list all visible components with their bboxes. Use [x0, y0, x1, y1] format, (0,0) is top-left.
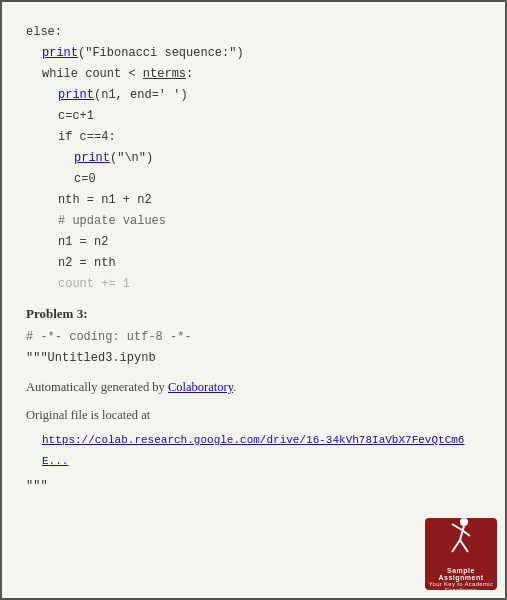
code-block: else: print("Fibonacci sequence:") while… [26, 22, 481, 295]
page-container: else: print("Fibonacci sequence:") while… [0, 0, 507, 600]
code-line-n1-assign: n1 = n2 [26, 232, 481, 253]
code-line-print-n1: print(n1, end=' ') [26, 85, 481, 106]
code-line-else: else: [26, 22, 481, 43]
code-line-count: count += 1 [26, 274, 481, 295]
print-keyword-3: print [74, 151, 110, 165]
url-truncated: ... [49, 455, 69, 467]
badge-subtitle: Your Key to Academic Excellence [425, 581, 497, 591]
nterms-keyword: nterms [143, 67, 186, 81]
svg-line-5 [460, 540, 468, 552]
code-line-nth: nth = n1 + n2 [26, 190, 481, 211]
code-line-n2-assign: n2 = nth [26, 253, 481, 274]
problem-code-block: # -*- coding: utf-8 -*- """Untitled3.ipy… [26, 327, 481, 369]
svg-line-2 [452, 524, 462, 530]
prose-dot: . [233, 380, 236, 394]
problem-header: Problem 3: [26, 303, 481, 325]
code-line-comment: # update values [26, 211, 481, 232]
content-area: else: print("Fibonacci sequence:") while… [2, 2, 505, 517]
svg-line-4 [452, 540, 460, 552]
code-line-if: if c==4: [26, 127, 481, 148]
code-line-print-newline: print("\n") [26, 148, 481, 169]
print-keyword-2: print [58, 88, 94, 102]
coding-comment: # -*- coding: utf-8 -*- [26, 327, 481, 348]
code-line-c-inc: c=c+1 [26, 106, 481, 127]
badge-icon [442, 518, 480, 565]
docstring-line: """Untitled3.ipynb [26, 348, 481, 369]
sample-assignment-badge: Sample Assignment Your Key to Academic E… [425, 518, 497, 590]
dancer-svg [442, 518, 480, 560]
code-line-c-reset: c=0 [26, 169, 481, 190]
badge-title: Sample Assignment [425, 567, 497, 581]
original-file-text: Original file is located at [26, 405, 481, 425]
auto-generated-label: Automatically generated by [26, 380, 168, 394]
svg-point-0 [460, 518, 468, 526]
url-container: https://colab.research.google.com/drive/… [26, 429, 481, 472]
colab-url[interactable]: https://colab.research.google.com/drive/… [42, 434, 464, 467]
code-line-while: while count < nterms: [26, 64, 481, 85]
original-file-label: Original file is located at [26, 408, 150, 422]
colaboratory-link[interactable]: Colaboratory [168, 380, 233, 394]
print-keyword: print [42, 46, 78, 60]
auto-generated-text: Automatically generated by Colaboratory. [26, 377, 481, 397]
code-line-print-fib: print("Fibonacci sequence:") [26, 43, 481, 64]
triple-quote-line: """ [26, 476, 481, 497]
closing-quotes: """ [26, 476, 481, 497]
svg-line-3 [462, 530, 470, 536]
